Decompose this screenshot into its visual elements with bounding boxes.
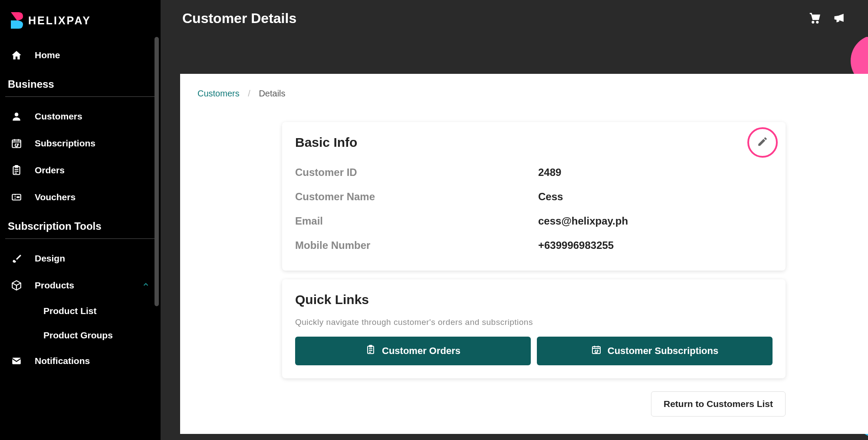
person-icon [11, 111, 35, 122]
breadcrumb: Customers / Details [180, 74, 868, 113]
sidebar-section-tools: Subscription Tools [0, 211, 161, 237]
card-title: Quick Links [295, 292, 773, 307]
svg-rect-3 [15, 165, 18, 167]
ticket-icon [11, 192, 35, 203]
info-label: Customer Name [295, 191, 538, 203]
logo-text: HELIXPAY [28, 14, 91, 27]
sidebar-sub-product-groups[interactable]: Product Groups [0, 323, 161, 347]
sidebar-item-label: Vouchers [35, 192, 76, 202]
content-area: Customers / Details Basic Info Customer … [180, 74, 868, 434]
info-row-mobile: Mobile Number +639996983255 [295, 233, 773, 258]
info-value: cess@helixpay.ph [538, 215, 628, 227]
svg-point-9 [816, 21, 818, 23]
sidebar-item-label: Customers [35, 111, 82, 122]
customer-subscriptions-button[interactable]: Customer Subscriptions [537, 337, 773, 365]
sidebar-item-orders[interactable]: Orders [0, 157, 161, 184]
breadcrumb-current: Details [259, 89, 285, 98]
sidebar-item-notifications[interactable]: Notifications [0, 347, 161, 374]
svg-point-5 [17, 197, 18, 198]
brush-icon [11, 253, 35, 264]
return-row: Return to Customers List [282, 391, 786, 417]
card-title: Basic Info [295, 135, 773, 150]
button-label: Customer Subscriptions [608, 345, 718, 357]
sidebar-sub-product-list[interactable]: Product List [0, 299, 161, 323]
box-icon [11, 280, 35, 291]
sidebar-item-label: Notifications [35, 356, 90, 366]
calendar-refresh-icon [11, 138, 35, 149]
svg-point-0 [15, 112, 19, 116]
main: Customer Details Customers / Details Bas… [161, 0, 868, 440]
svg-point-6 [18, 197, 19, 198]
clipboard-icon [11, 165, 35, 176]
edit-button[interactable] [747, 127, 778, 158]
customer-orders-button[interactable]: Customer Orders [295, 337, 531, 365]
page-title: Customer Details [182, 10, 296, 26]
info-row-email: Email cess@helixpay.ph [295, 209, 773, 233]
sidebar-item-label: Product List [43, 306, 97, 316]
return-button[interactable]: Return to Customers List [651, 391, 786, 417]
sidebar-item-label: Home [35, 50, 60, 60]
quick-links-card: Quick Links Quickly navigate through cus… [282, 279, 786, 378]
svg-rect-11 [369, 345, 372, 347]
divider [5, 238, 155, 239]
sidebar-item-home[interactable]: Home [0, 42, 161, 69]
info-row-id: Customer ID 2489 [295, 160, 773, 185]
sidebar-item-label: Design [35, 253, 65, 264]
scrollbar[interactable] [155, 37, 159, 306]
sidebar-item-label: Orders [35, 165, 65, 175]
megaphone-icon[interactable] [833, 11, 846, 26]
info-value: +639996983255 [538, 239, 614, 251]
card-subtitle: Quickly navigate through customer's orde… [295, 318, 773, 327]
sidebar-item-subscriptions[interactable]: Subscriptions [0, 130, 161, 157]
info-value: Cess [538, 191, 563, 203]
calendar-refresh-icon [591, 344, 602, 357]
topbar: Customer Details [161, 0, 868, 37]
sidebar-item-label: Subscriptions [35, 138, 95, 149]
sidebar-item-label: Product Groups [43, 330, 113, 340]
info-row-name: Customer Name Cess [295, 185, 773, 209]
info-label: Mobile Number [295, 239, 538, 251]
sidebar-item-design[interactable]: Design [0, 245, 161, 272]
button-label: Return to Customers List [664, 399, 773, 409]
svg-point-8 [812, 21, 814, 23]
info-value: 2489 [538, 166, 561, 179]
cart-icon[interactable] [808, 11, 821, 26]
pencil-icon [757, 136, 768, 149]
sidebar-item-customers[interactable]: Customers [0, 103, 161, 130]
info-label: Email [295, 215, 538, 227]
mail-icon [11, 355, 35, 367]
breadcrumb-separator: / [248, 89, 250, 98]
sidebar-section-business: Business [0, 69, 161, 95]
home-icon [11, 50, 35, 61]
sidebar-item-vouchers[interactable]: Vouchers [0, 184, 161, 211]
sidebar: HELIXPAY Home Business Customers Subscri… [0, 0, 161, 440]
sidebar-item-products[interactable]: Products [0, 272, 161, 299]
breadcrumb-parent[interactable]: Customers [197, 89, 240, 98]
divider [5, 96, 155, 97]
basic-info-card: Basic Info Customer ID 2489 Customer Nam… [282, 122, 786, 271]
sidebar-item-label: Products [35, 280, 74, 291]
clipboard-icon [365, 344, 376, 357]
logo[interactable]: HELIXPAY [0, 8, 161, 42]
info-label: Customer ID [295, 166, 538, 179]
chevron-up-icon [142, 280, 150, 291]
logo-icon [11, 12, 23, 29]
button-label: Customer Orders [382, 345, 460, 357]
